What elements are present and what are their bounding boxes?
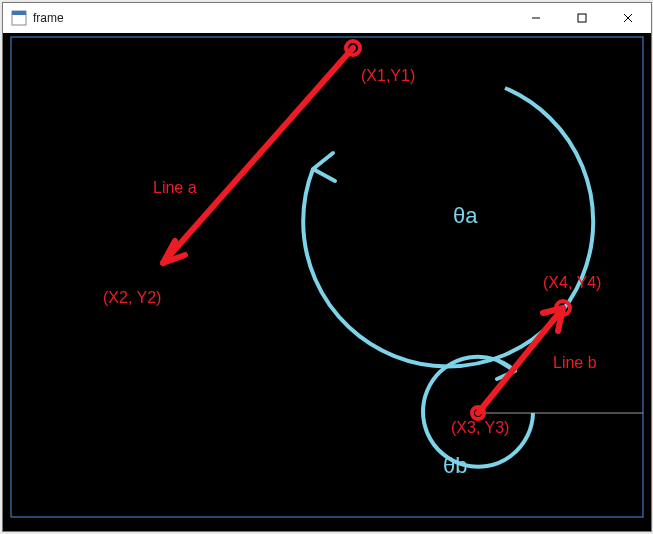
- label-line-a: Line a: [153, 179, 197, 196]
- close-button[interactable]: [605, 3, 651, 33]
- label-x3y3: (X3, Y3): [451, 419, 509, 436]
- label-line-b: Line b: [553, 354, 597, 371]
- app-window: frame: [2, 2, 652, 532]
- diagram-canvas: (X1,Y1) (X2, Y2) (X3, Y3) (X4, Y4) Line …: [3, 33, 651, 531]
- titlebar[interactable]: frame: [3, 3, 651, 34]
- label-x4y4: (X4, Y4): [543, 274, 601, 291]
- minimize-button[interactable]: [513, 3, 559, 33]
- label-theta-a: θa: [453, 203, 478, 228]
- svg-rect-3: [578, 14, 586, 22]
- window-title: frame: [33, 11, 64, 25]
- label-x1y1: (X1,Y1): [361, 67, 415, 84]
- app-icon: [11, 10, 27, 26]
- canvas-area: (X1,Y1) (X2, Y2) (X3, Y3) (X4, Y4) Line …: [3, 33, 651, 531]
- maximize-button[interactable]: [559, 3, 605, 33]
- label-theta-b: θb: [443, 453, 467, 478]
- svg-rect-1: [12, 11, 26, 15]
- label-x2y2: (X2, Y2): [103, 289, 161, 306]
